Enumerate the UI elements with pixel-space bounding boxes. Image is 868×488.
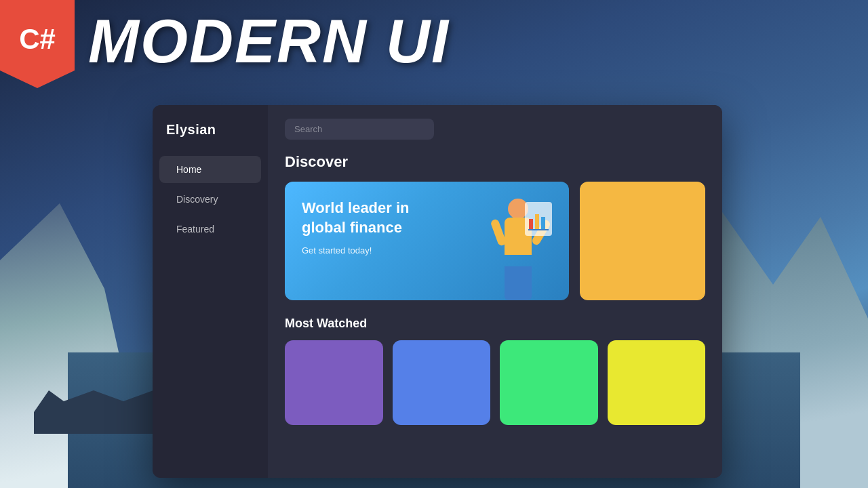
watched-card-yellow[interactable] xyxy=(608,340,706,425)
sidebar-item-discovery[interactable]: Discovery xyxy=(159,186,261,213)
chart-line xyxy=(528,229,549,230)
most-watched-section: Most Watched xyxy=(285,317,705,425)
featured-card-secondary[interactable] xyxy=(580,182,705,300)
main-content: Discover World leader in global finance … xyxy=(268,105,722,478)
sidebar: Elysian Home Discovery Featured xyxy=(153,105,268,478)
chart-bar-1 xyxy=(529,219,533,229)
watched-card-blue[interactable] xyxy=(393,340,491,425)
app-logo: Elysian xyxy=(153,119,268,155)
watched-grid xyxy=(285,340,705,425)
featured-card-main[interactable]: World leader in global finance Get start… xyxy=(285,182,569,300)
featured-row: World leader in global finance Get start… xyxy=(285,182,705,300)
watched-card-green[interactable] xyxy=(500,340,598,425)
youtube-title-bar: C# MODERN UI xyxy=(0,0,868,105)
search-bar xyxy=(285,119,705,140)
discover-title: Discover xyxy=(285,153,705,171)
most-watched-title: Most Watched xyxy=(285,317,705,331)
sidebar-item-home[interactable]: Home xyxy=(159,156,261,183)
csharp-badge: C# xyxy=(0,0,75,88)
sidebar-item-featured[interactable]: Featured xyxy=(159,216,261,243)
main-title: MODERN UI xyxy=(88,7,450,77)
app-window: Elysian Home Discovery Featured Discover… xyxy=(153,105,722,478)
person-legs xyxy=(505,266,532,300)
chart-bar-3 xyxy=(541,217,545,229)
featured-card-title: World leader in global finance xyxy=(302,199,439,237)
person-chart xyxy=(525,202,552,236)
person-illustration xyxy=(481,192,555,300)
discover-section: Discover World leader in global finance … xyxy=(285,153,705,300)
watched-card-purple[interactable] xyxy=(285,340,383,425)
search-input[interactable] xyxy=(285,119,434,140)
csharp-label: C# xyxy=(19,25,56,64)
chart-bar-2 xyxy=(535,214,539,229)
